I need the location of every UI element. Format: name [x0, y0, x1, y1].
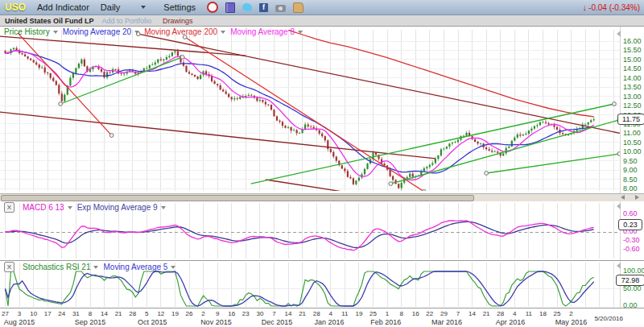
week-tick-label: 2: [196, 310, 211, 317]
indicator-price-history[interactable]: Price History: [4, 27, 58, 36]
week-tick-label: 16: [225, 310, 239, 317]
week-tick-label: 30: [253, 310, 267, 317]
week-tick-label: 11: [522, 310, 536, 317]
price-axis-label: 16.00: [623, 37, 642, 45]
scrollbar-thumb[interactable]: [1, 195, 474, 201]
week-tick-label: 21: [479, 310, 493, 317]
indicator-label: Moving Average 200: [144, 27, 217, 36]
chevron-down-icon[interactable]: [298, 31, 303, 34]
drawings-menu[interactable]: Drawings: [163, 17, 193, 25]
price-axis-label: 14.50: [623, 64, 642, 72]
panel-resize-handle[interactable]: [617, 263, 621, 269]
week-tick-label: 21: [111, 310, 126, 317]
week-tick-label: 2: [564, 310, 579, 317]
scroll-left-icon[interactable]: [621, 195, 625, 200]
toolbar-icons: f: [207, 2, 303, 13]
last-date-label: 5/20/2016: [594, 315, 623, 322]
settings-button[interactable]: Settings: [163, 2, 196, 12]
timeframe-select[interactable]: Daily: [101, 2, 120, 12]
indicator-ma200[interactable]: Moving Average 200: [144, 27, 225, 36]
close-icon[interactable]: X: [4, 262, 14, 272]
chevron-down-icon[interactable]: [221, 31, 225, 34]
week-tick-label: 14: [465, 310, 480, 317]
add-indicator-button[interactable]: Add Indicator: [37, 2, 89, 12]
week-tick-label: 28: [126, 310, 140, 317]
price-axis-label: 8.00: [623, 184, 638, 192]
month-label: Nov 2015: [193, 318, 238, 326]
week-tick-label: 14: [281, 310, 295, 317]
week-tick-label: 25: [550, 310, 564, 317]
facebook-icon[interactable]: f: [259, 3, 268, 12]
week-tick-label: 9: [210, 310, 225, 317]
stoch-axis-label: 0.00: [623, 301, 638, 309]
week-tick-label: 12: [154, 310, 168, 317]
week-tick-label: 14: [97, 310, 112, 317]
indicator-stoch-rsi[interactable]: Stochastics RSI 21: [23, 263, 98, 271]
indicator-label: MACD 6 13: [23, 203, 64, 212]
indicator-label: Stochastics RSI 21: [23, 263, 90, 271]
week-tick-label: 7: [266, 310, 281, 317]
week-tick-label: 18: [535, 310, 550, 317]
week-tick-label: 29: [436, 310, 451, 317]
indicator-label: Moving Average 5: [103, 263, 167, 271]
week-tick-label: 5: [139, 310, 154, 317]
week-tick-label: 22: [423, 310, 437, 317]
symbol-label[interactable]: USO: [5, 2, 26, 13]
change-text: -0.04 (-0.34%): [588, 3, 640, 12]
macd-axis-label: -0.30: [623, 236, 640, 244]
scroll-right-icon[interactable]: [635, 195, 639, 200]
macd-axis-label: 0.60: [623, 209, 638, 217]
indicator-exp-ma9[interactable]: Exp Moving Average 9: [77, 203, 166, 212]
price-axis-label: 15.00: [623, 56, 642, 64]
indicator-macd[interactable]: MACD 6 13: [23, 203, 72, 212]
month-label: Jan 2016: [307, 318, 352, 326]
price-axis-label: 15.50: [623, 46, 642, 54]
chevron-down-icon[interactable]: [161, 206, 166, 209]
symbol-bar: United States Oil Fund LP Add to Portfol…: [0, 15, 644, 27]
month-label: May 2016: [549, 318, 594, 326]
chevron-down-icon[interactable]: [53, 31, 58, 34]
price-axis-label: 9.50: [623, 157, 638, 165]
stochastics-panel: X Stochastics RSI 21 Moving Average 5: [0, 260, 644, 308]
timeframe-dropdown-arrow[interactable]: [141, 6, 146, 9]
chevron-down-icon[interactable]: [68, 206, 72, 209]
price-chart-canvas[interactable]: [0, 27, 644, 201]
price-axis-label: 10.00: [623, 147, 642, 155]
price-axis-label: 10.50: [623, 139, 642, 147]
price-axis-label: 13.00: [623, 93, 642, 101]
indicator-ma5[interactable]: Moving Average 5: [103, 263, 175, 271]
indicator-label: Moving Average 8: [230, 27, 295, 36]
close-icon[interactable]: X: [4, 202, 14, 213]
week-tick-label: 1: [380, 310, 394, 317]
alerts-icon[interactable]: [207, 2, 218, 13]
week-tick-label: 11: [337, 310, 352, 317]
week-tick-label: 10: [27, 310, 41, 317]
chevron-down-icon[interactable]: [171, 266, 175, 269]
chevron-down-icon[interactable]: [93, 266, 98, 269]
stoch-value-badge: 72.98: [616, 275, 644, 286]
camera-snapshot-icon[interactable]: [275, 5, 286, 12]
twitter-icon[interactable]: [242, 3, 252, 11]
month-label: Dec 2015: [254, 318, 299, 326]
week-tick-label: 3: [12, 310, 27, 317]
apps-icon[interactable]: [225, 2, 235, 13]
month-label: Feb 2016: [363, 318, 408, 326]
chart-scrollbar[interactable]: [0, 193, 644, 201]
stoch-header: X Stochastics RSI 21 Moving Average 5: [4, 262, 175, 272]
price-axis-label: 9.00: [623, 166, 638, 174]
week-tick-label: 4: [507, 310, 522, 317]
indicator-ma8[interactable]: Moving Average 8: [230, 27, 303, 36]
indicator-ma20[interactable]: Moving Average 20: [63, 27, 139, 36]
week-tick-label: 17: [40, 310, 55, 317]
time-axis[interactable]: 5/20/2016 273101724318142128512192629162…: [0, 308, 644, 327]
ideas-icon[interactable]: [293, 2, 303, 13]
charting-app-window: USO Add Indicator Daily Settings f ↓ -0.…: [0, 0, 644, 327]
chevron-down-icon[interactable]: [134, 31, 139, 34]
week-tick-label: 27: [0, 310, 13, 317]
indicator-label: Exp Moving Average 9: [77, 203, 158, 212]
add-to-portfolio-link[interactable]: Add to Portfolio: [102, 17, 152, 25]
panel-resize-handle[interactable]: [617, 31, 621, 37]
week-tick-label: 4: [324, 310, 338, 317]
price-axis-label: 11.00: [623, 129, 641, 137]
panel-resize-handle[interactable]: [617, 203, 621, 209]
